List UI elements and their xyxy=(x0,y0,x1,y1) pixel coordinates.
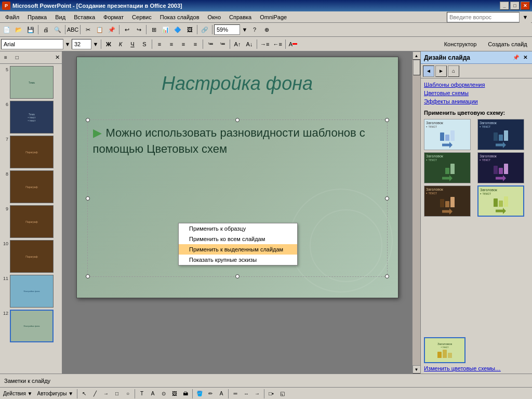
font-color-draw-button[interactable]: A xyxy=(216,389,227,399)
insert-chart-button[interactable]: 📊 xyxy=(160,24,171,35)
numberedlist-button[interactable]: ≔ xyxy=(217,38,228,50)
diagram-button[interactable]: ⊙ xyxy=(158,389,169,399)
align-center-button[interactable]: ≡ xyxy=(166,38,177,50)
underline-button[interactable]: Ч xyxy=(127,38,138,50)
slides-tab[interactable]: □ xyxy=(14,54,21,61)
clipart-button[interactable]: 🖼 xyxy=(169,389,180,399)
scroll-up-button[interactable]: ▲ xyxy=(413,51,421,60)
actions-button[interactable]: Действия ▼ xyxy=(1,389,35,399)
font-name-arrow[interactable]: ▼ xyxy=(64,38,71,50)
font-color-button[interactable]: A xyxy=(287,38,299,50)
slide-thumb-12[interactable]: 12 Настройка фона xyxy=(2,310,60,342)
scheme-item-5[interactable]: Заголовок • текст xyxy=(424,185,471,217)
font-size-dropdown[interactable]: 32 xyxy=(72,39,91,49)
context-apply-to-all[interactable]: Применить ко всем слайдам xyxy=(179,234,297,244)
outline-tab[interactable]: ≡ xyxy=(2,54,9,61)
context-apply-to-master[interactable]: Применить к образцу xyxy=(179,223,297,234)
menu-slideshow[interactable]: Показ слайдов xyxy=(156,13,204,21)
slide-thumb-11[interactable]: 11 Настройка фона xyxy=(2,275,60,308)
cursor-button[interactable]: ↖ xyxy=(79,389,89,399)
paste-button[interactable]: 📌 xyxy=(106,24,117,35)
help-search-button[interactable]: ▼ xyxy=(520,11,531,23)
close-button[interactable]: ✕ xyxy=(521,2,530,10)
autoshapes-button[interactable]: Автофигуры ▼ xyxy=(35,389,76,399)
slide-thumb-7[interactable]: 7 Параграф xyxy=(2,136,60,168)
arrow-style-button[interactable]: → xyxy=(252,389,262,399)
slide-image-11[interactable]: Настройка фона xyxy=(10,275,54,308)
cut-button[interactable]: ✂ xyxy=(82,24,94,35)
line-button[interactable]: ╱ xyxy=(90,389,100,399)
context-show-large[interactable]: Показать крупные эскизы xyxy=(179,255,297,265)
font-size-arrow[interactable]: ▼ xyxy=(92,38,99,50)
menu-tools[interactable]: Сервис xyxy=(128,13,156,21)
align-right-button[interactable]: ≡ xyxy=(178,38,189,50)
slide-image-10[interactable]: Параграф xyxy=(10,240,54,273)
menu-omnipage[interactable]: OmniPage xyxy=(256,13,291,21)
slide-thumb-6[interactable]: 6 Тема• текст• текст xyxy=(2,101,60,134)
menu-edit[interactable]: Правка xyxy=(23,13,51,21)
new-button[interactable]: 📄 xyxy=(1,24,12,35)
expand-button[interactable]: ⊕ xyxy=(261,24,272,35)
scheme-item-1[interactable]: Заголовок • текст xyxy=(424,119,471,150)
scheme-item-6[interactable]: Заголовок • текст xyxy=(477,185,524,217)
slide-image-12[interactable]: Настройка фона xyxy=(10,310,54,342)
slide-thumb-9[interactable]: 9 Параграф xyxy=(2,205,60,238)
resize-handle-bl[interactable] xyxy=(86,274,90,278)
resize-handle-tr[interactable] xyxy=(385,118,389,122)
scroll-down-button[interactable]: ▼ xyxy=(413,365,421,374)
italic-button[interactable]: К xyxy=(115,38,126,50)
change-color-schemes-link[interactable]: Изменить цветовые схемы… xyxy=(424,365,529,371)
slide-image-9[interactable]: Параграф xyxy=(10,205,54,238)
zoom-dropdown[interactable]: 59% xyxy=(214,24,240,35)
templates-link[interactable]: Шаблоны оформления xyxy=(424,81,529,89)
panel-close-x-button[interactable]: ✕ xyxy=(522,55,529,60)
increase-font-button[interactable]: A↑ xyxy=(232,38,243,50)
maximize-button[interactable]: □ xyxy=(510,2,520,10)
open-button[interactable]: 📂 xyxy=(13,24,24,35)
rect-button[interactable]: □ xyxy=(112,389,122,399)
scheme-item-4[interactable]: Заголовок • текст xyxy=(477,152,524,183)
copy-button[interactable]: 📋 xyxy=(94,24,105,35)
shadow-button[interactable]: S xyxy=(139,38,150,50)
menu-window[interactable]: Окно xyxy=(204,13,225,21)
slide-thumb-5[interactable]: 5 Тема xyxy=(2,66,60,99)
save-button[interactable]: 💾 xyxy=(25,24,36,35)
scroll-thumb[interactable] xyxy=(413,60,420,75)
scheme-item-3[interactable]: Заголовок • текст xyxy=(424,152,471,183)
print-button[interactable]: 🖨 xyxy=(40,24,51,35)
minimize-button[interactable]: _ xyxy=(500,2,509,10)
designer-button[interactable]: Конструктор xyxy=(437,38,484,50)
panel-pin-button[interactable]: 📌 xyxy=(511,55,521,60)
font-name-dropdown[interactable]: Arial xyxy=(1,39,63,49)
design-tb-home-button[interactable]: ⌂ xyxy=(448,65,459,77)
indent-increase-button[interactable]: →≡ xyxy=(259,38,271,50)
slide-image-6[interactable]: Тема• текст• текст xyxy=(10,101,54,134)
help-search-input[interactable] xyxy=(447,12,520,22)
menu-format[interactable]: Формат xyxy=(99,13,128,21)
textbox-button[interactable]: T xyxy=(137,389,147,399)
menu-insert[interactable]: Вставка xyxy=(70,13,99,21)
bold-button[interactable]: Ж xyxy=(103,38,114,50)
scroll-track[interactable] xyxy=(413,60,420,365)
shadow-style-button[interactable]: □▪ xyxy=(266,389,276,399)
resize-handle-mr[interactable] xyxy=(385,196,389,201)
align-left-button[interactable]: ≡ xyxy=(154,38,165,50)
oval-button[interactable]: ○ xyxy=(123,389,133,399)
resize-handle-bm[interactable] xyxy=(235,274,240,278)
context-apply-to-selected[interactable]: Применить к выделенным слайдам xyxy=(179,244,297,255)
insert-hyperlink-button[interactable]: 🔗 xyxy=(199,24,210,35)
scheme-item-2[interactable]: Заголовок • текст xyxy=(477,119,524,150)
panel-close-button[interactable]: ✕ xyxy=(55,54,60,61)
line-color-button[interactable]: ✏ xyxy=(205,389,216,399)
resize-handle-tm[interactable] xyxy=(235,118,240,122)
fill-color-button[interactable]: 🪣 xyxy=(194,389,205,399)
spell-button[interactable]: ABC xyxy=(67,24,78,35)
menu-file[interactable]: Файл xyxy=(1,13,23,21)
list-button[interactable]: ≔ xyxy=(205,38,216,50)
design-tb-forward-button[interactable]: ► xyxy=(435,65,447,77)
justify-button[interactable]: ≡ xyxy=(190,38,201,50)
resize-handle-br[interactable] xyxy=(385,274,389,278)
picture-button[interactable]: 🏔 xyxy=(180,389,191,399)
redo-button[interactable]: ↪ xyxy=(133,24,144,35)
3d-style-button[interactable]: ◱ xyxy=(277,389,287,399)
